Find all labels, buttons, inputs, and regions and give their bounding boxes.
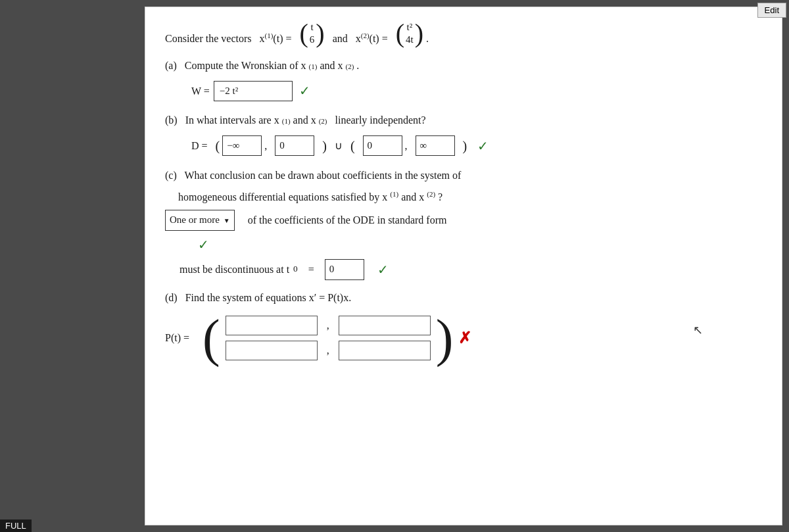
x2-right-paren: ) [415, 20, 423, 47]
pt-r1c1[interactable] [226, 316, 318, 335]
x2-row1: t² [407, 21, 413, 34]
t0-eq: = [308, 260, 314, 278]
x1-label: x(1)(t) = [260, 33, 292, 44]
x2-row2: 4t [406, 34, 414, 47]
intro-text: Consider the vectors [165, 33, 252, 44]
part-b-sup1: (1) [282, 115, 291, 128]
part-d-text: Find the system of equations x′ = P(t)x. [185, 292, 352, 303]
d-right-paren1: ) [322, 135, 327, 157]
part-a-and: and x [320, 57, 343, 74]
pt-r2c2[interactable] [339, 341, 431, 360]
d-comma2: , [405, 137, 408, 155]
intro-period: . [426, 33, 429, 44]
d-inf: ∞ [416, 135, 455, 157]
x1-cells: t 6 [310, 21, 315, 47]
d-comma1: , [264, 137, 267, 155]
one-or-more-dropdown[interactable]: One or more ▼ [165, 210, 235, 231]
one-or-more-line: One or more ▼ of the coefficients of the… [165, 210, 762, 231]
part-c-sup1: (1) [390, 190, 398, 198]
part-a-line: (a) Compute the Wronskian of x (1) and x… [165, 57, 762, 74]
x1-right-paren: ) [316, 20, 324, 47]
d-union: ∪ [335, 137, 343, 155]
pt-r1c2[interactable] [339, 316, 431, 335]
c-checkmark: ✓ [198, 233, 762, 256]
d-field2[interactable]: 0 [363, 135, 402, 157]
d-checkmark: ✓ [477, 135, 489, 157]
part-d-block: (d) Find the system of equations x′ = P(… [165, 289, 762, 364]
pt-cells: , , [220, 313, 436, 363]
x1-row2: 6 [310, 34, 315, 47]
part-b-text: In what intervals are x [185, 111, 279, 129]
and-text: and [333, 33, 348, 44]
content-area: Consider the vectors x(1)(t) = ( t 6 ) a… [145, 7, 782, 525]
part-c-and: and x [401, 191, 424, 203]
edit-button[interactable]: Edit [757, 3, 786, 18]
part-b-end: linearly independent? [335, 111, 425, 129]
intro-line: Consider the vectors x(1)(t) = ( t 6 ) a… [165, 20, 762, 47]
pt-matrix: ( , , [203, 312, 453, 364]
x2-cells: t² 4t [406, 21, 414, 47]
dropdown-arrow-icon: ▼ [224, 215, 230, 226]
part-c-sup2: (2) [427, 190, 435, 198]
t0-input[interactable]: 0 [325, 259, 364, 280]
x2-label: x(2)(t) = [356, 33, 388, 44]
part-d-line: (d) Find the system of equations x′ = P(… [165, 289, 762, 306]
d-minus-inf: −∞ [222, 135, 262, 157]
part-c-text2-line: homogeneous differential equations satis… [165, 188, 762, 206]
w-checkmark: ✓ [299, 80, 310, 102]
part-c-end: ? [438, 191, 442, 203]
part-b-and: and x [293, 111, 316, 129]
x1-left-paren: ( [299, 20, 308, 47]
pt-r2c1[interactable] [226, 341, 318, 360]
part-b-line: (b) In what intervals are x (1) and x (2… [165, 111, 762, 129]
part-b-sup2: (2) [319, 115, 327, 128]
d-field1[interactable]: 0 [275, 135, 314, 157]
pt-r1-comma: , [327, 316, 329, 334]
w-input[interactable]: −2 t² [214, 81, 293, 102]
w-answer-line: W = −2 t² ✓ [191, 80, 762, 102]
d-answer-line: D = ( −∞ , 0 ) ∪ ( 0 , ∞ ) [191, 135, 762, 157]
pt-r2-comma: , [327, 341, 329, 359]
t0-sub: 0 [293, 262, 298, 277]
pt-label: P(t) = [165, 329, 189, 347]
part-a-sup1: (1) [309, 60, 318, 73]
dropdown-value: One or more [170, 212, 220, 229]
x-mark-icon: ✗ [458, 325, 471, 352]
pt-right-paren: ) [436, 312, 454, 364]
x1-sup: (1) [265, 32, 274, 39]
x2-sup: (2) [361, 32, 370, 39]
problem-block: Consider the vectors x(1)(t) = ( t 6 ) a… [165, 20, 762, 364]
d-right-paren2: ) [463, 135, 467, 157]
w-label: W = [191, 82, 210, 100]
part-a-end: . [356, 57, 359, 74]
part-c-text1-line: (c) What conclusion can be drawn about c… [165, 166, 762, 184]
pt-row2: , [226, 341, 431, 360]
must-be-text: must be discontinuous at t [179, 260, 289, 278]
d-label: D = [191, 137, 208, 155]
part-b-label: (b) [165, 111, 178, 129]
dropdown-rest-text: of the coefficients of the ODE in standa… [248, 211, 447, 229]
pt-equals-line: P(t) = ( , , [165, 312, 762, 364]
x2-matrix: ( t² 4t ) [396, 20, 423, 47]
part-c-text2: homogeneous differential equations satis… [178, 191, 387, 203]
pt-left-paren: ( [203, 312, 220, 364]
part-a-label: (a) [165, 57, 177, 74]
d-left-paren: ( [216, 135, 220, 157]
part-c-block: (c) What conclusion can be drawn about c… [165, 166, 762, 281]
part-d-label: (d) [165, 292, 178, 303]
bottom-label: FULL [5, 521, 26, 531]
part-a-sup2: (2) [346, 60, 354, 73]
part-c-text1: What conclusion can be drawn about coeff… [184, 170, 461, 181]
discontinuous-line: must be discontinuous at t 0 = 0 ✓ [165, 258, 762, 281]
d-left-paren2: ( [350, 135, 355, 157]
x2-left-paren: ( [396, 20, 404, 47]
pt-row1: , [226, 316, 431, 335]
part-a-text: Compute the Wronskian of x [185, 57, 306, 74]
bottom-bar: FULL [0, 520, 32, 532]
t0-checkmark: ✓ [377, 258, 389, 281]
x1-row1: t [310, 21, 313, 34]
main-container: Edit Consider the vectors x(1)(t) = ( t … [0, 0, 789, 532]
part-c-label: (c) [165, 170, 177, 181]
x1-matrix: ( t 6 ) [299, 20, 324, 47]
